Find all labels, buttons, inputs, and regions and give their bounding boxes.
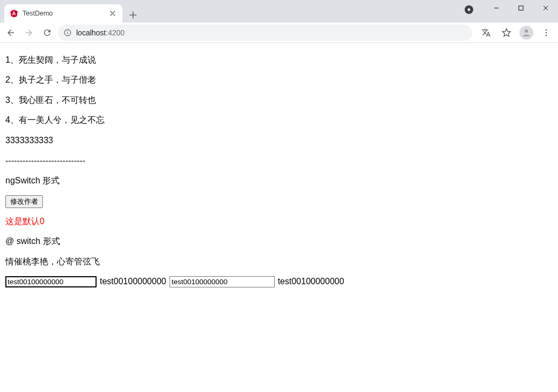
kebab-menu-icon[interactable] bbox=[539, 25, 554, 40]
svg-rect-6 bbox=[67, 31, 68, 31]
divider-text: ---------------------------- bbox=[5, 155, 553, 167]
offscreen-filler bbox=[5, 287, 553, 393]
browser-toolbar: localhost:4200 bbox=[0, 23, 558, 43]
test-text-1: test00100000000 bbox=[100, 277, 166, 286]
tab-strip: TestDemo bbox=[0, 0, 457, 23]
back-button[interactable] bbox=[3, 25, 18, 40]
angular-favicon bbox=[10, 9, 18, 18]
svg-point-9 bbox=[546, 32, 547, 33]
window-close-button[interactable] bbox=[533, 0, 558, 16]
default-text: 这是默认0 bbox=[5, 216, 553, 227]
url-text: localhost:4200 bbox=[76, 28, 124, 37]
profile-indicator-icon[interactable] bbox=[465, 5, 473, 14]
browser-titlebar: TestDemo bbox=[0, 0, 558, 23]
page-content[interactable]: @ for 形式 11111111111111 死生契阔，与子成说 执子之手，与… bbox=[0, 43, 558, 392]
section-switch-heading: @ switch 形式 bbox=[5, 235, 553, 247]
svg-rect-5 bbox=[67, 32, 68, 34]
url-host: localhost bbox=[76, 28, 106, 37]
address-bar[interactable]: localhost:4200 bbox=[58, 25, 472, 41]
test-input-1[interactable] bbox=[5, 276, 97, 287]
toolbar-right bbox=[475, 25, 554, 40]
threes-text: 3333333333 bbox=[5, 135, 553, 146]
window-controls bbox=[484, 0, 558, 16]
profile-avatar-icon[interactable] bbox=[519, 26, 533, 40]
test-input-2[interactable] bbox=[170, 276, 275, 287]
svg-point-7 bbox=[525, 29, 528, 33]
window-maximize-button[interactable] bbox=[509, 0, 533, 16]
svg-point-8 bbox=[546, 29, 547, 31]
numbered-line: 3、我心匪石，不可转也 bbox=[5, 94, 553, 106]
reload-button[interactable] bbox=[40, 25, 55, 40]
test-text-2: test00100000000 bbox=[278, 277, 344, 286]
poem-single-line: 情催桃李艳，心寄管弦飞 bbox=[5, 256, 553, 268]
bookmark-star-icon[interactable] bbox=[499, 25, 514, 40]
translate-icon[interactable] bbox=[479, 25, 494, 40]
input-row: test00100000000 test00100000000 bbox=[5, 276, 553, 287]
svg-rect-3 bbox=[519, 6, 523, 10]
page-viewport: @ for 形式 11111111111111 死生契阔，与子成说 执子之手，与… bbox=[0, 43, 558, 392]
numbered-line: 1、死生契阔，与子成说 bbox=[5, 54, 553, 66]
numbered-line: 2、执子之手，与子偕老 bbox=[5, 74, 553, 86]
section-ngswitch-heading: ngSwitch 形式 bbox=[5, 175, 553, 187]
svg-point-10 bbox=[546, 34, 547, 36]
change-author-button[interactable]: 修改作者 bbox=[5, 195, 43, 208]
tab-close-icon[interactable] bbox=[108, 9, 117, 18]
svg-point-2 bbox=[468, 9, 471, 11]
site-info-icon[interactable] bbox=[63, 28, 72, 37]
numbered-line: 4、有一美人兮，见之不忘 bbox=[5, 114, 553, 126]
forward-button[interactable] bbox=[21, 25, 36, 40]
url-port: :4200 bbox=[106, 28, 124, 37]
new-tab-button[interactable] bbox=[126, 8, 141, 23]
browser-tab[interactable]: TestDemo bbox=[4, 4, 122, 23]
twos-text: 222222222222 bbox=[5, 43, 553, 46]
profile-indicator-wrap bbox=[457, 0, 484, 14]
tab-title: TestDemo bbox=[23, 10, 104, 17]
window-minimize-button[interactable] bbox=[484, 0, 509, 16]
